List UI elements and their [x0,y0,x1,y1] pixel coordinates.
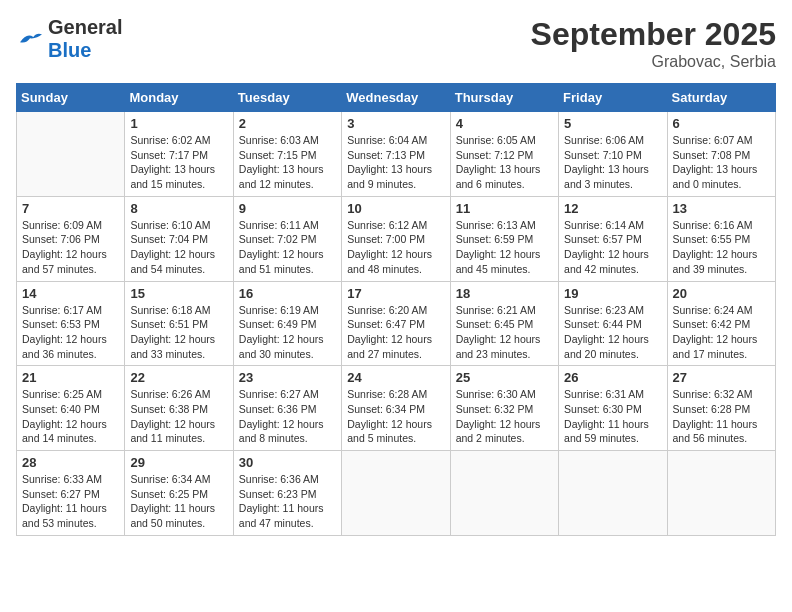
day-number: 14 [22,286,119,301]
calendar-cell: 14Sunrise: 6:17 AMSunset: 6:53 PMDayligh… [17,281,125,366]
calendar-table: SundayMondayTuesdayWednesdayThursdayFrid… [16,83,776,536]
day-number: 7 [22,201,119,216]
day-number: 2 [239,116,336,131]
day-number: 15 [130,286,227,301]
calendar-week-row: 1Sunrise: 6:02 AMSunset: 7:17 PMDaylight… [17,112,776,197]
calendar-cell: 6Sunrise: 6:07 AMSunset: 7:08 PMDaylight… [667,112,775,197]
calendar-cell: 24Sunrise: 6:28 AMSunset: 6:34 PMDayligh… [342,366,450,451]
day-info: Sunrise: 6:31 AMSunset: 6:30 PMDaylight:… [564,387,661,446]
calendar-cell [559,451,667,536]
day-number: 12 [564,201,661,216]
column-header-monday: Monday [125,84,233,112]
calendar-cell: 30Sunrise: 6:36 AMSunset: 6:23 PMDayligh… [233,451,341,536]
calendar-week-row: 28Sunrise: 6:33 AMSunset: 6:27 PMDayligh… [17,451,776,536]
column-header-friday: Friday [559,84,667,112]
column-header-wednesday: Wednesday [342,84,450,112]
calendar-cell: 27Sunrise: 6:32 AMSunset: 6:28 PMDayligh… [667,366,775,451]
day-info: Sunrise: 6:32 AMSunset: 6:28 PMDaylight:… [673,387,770,446]
logo: General Blue [16,16,122,62]
calendar-cell: 21Sunrise: 6:25 AMSunset: 6:40 PMDayligh… [17,366,125,451]
day-number: 6 [673,116,770,131]
day-info: Sunrise: 6:26 AMSunset: 6:38 PMDaylight:… [130,387,227,446]
logo-icon [16,29,44,49]
page-header: General Blue September 2025 Grabovac, Se… [16,16,776,71]
day-number: 4 [456,116,553,131]
column-header-saturday: Saturday [667,84,775,112]
calendar-cell: 1Sunrise: 6:02 AMSunset: 7:17 PMDaylight… [125,112,233,197]
calendar-week-row: 14Sunrise: 6:17 AMSunset: 6:53 PMDayligh… [17,281,776,366]
day-info: Sunrise: 6:19 AMSunset: 6:49 PMDaylight:… [239,303,336,362]
day-info: Sunrise: 6:09 AMSunset: 7:06 PMDaylight:… [22,218,119,277]
location-title: Grabovac, Serbia [531,53,776,71]
day-number: 21 [22,370,119,385]
logo-text: General Blue [48,16,122,62]
day-info: Sunrise: 6:34 AMSunset: 6:25 PMDaylight:… [130,472,227,531]
calendar-cell: 18Sunrise: 6:21 AMSunset: 6:45 PMDayligh… [450,281,558,366]
day-info: Sunrise: 6:07 AMSunset: 7:08 PMDaylight:… [673,133,770,192]
calendar-cell: 13Sunrise: 6:16 AMSunset: 6:55 PMDayligh… [667,196,775,281]
calendar-cell: 17Sunrise: 6:20 AMSunset: 6:47 PMDayligh… [342,281,450,366]
calendar-cell: 19Sunrise: 6:23 AMSunset: 6:44 PMDayligh… [559,281,667,366]
day-number: 23 [239,370,336,385]
calendar-cell: 4Sunrise: 6:05 AMSunset: 7:12 PMDaylight… [450,112,558,197]
day-info: Sunrise: 6:28 AMSunset: 6:34 PMDaylight:… [347,387,444,446]
day-number: 26 [564,370,661,385]
day-number: 9 [239,201,336,216]
day-info: Sunrise: 6:13 AMSunset: 6:59 PMDaylight:… [456,218,553,277]
day-number: 5 [564,116,661,131]
day-info: Sunrise: 6:36 AMSunset: 6:23 PMDaylight:… [239,472,336,531]
column-header-thursday: Thursday [450,84,558,112]
calendar-cell: 22Sunrise: 6:26 AMSunset: 6:38 PMDayligh… [125,366,233,451]
day-info: Sunrise: 6:02 AMSunset: 7:17 PMDaylight:… [130,133,227,192]
calendar-cell: 10Sunrise: 6:12 AMSunset: 7:00 PMDayligh… [342,196,450,281]
day-number: 19 [564,286,661,301]
day-info: Sunrise: 6:04 AMSunset: 7:13 PMDaylight:… [347,133,444,192]
day-number: 18 [456,286,553,301]
calendar-cell [667,451,775,536]
day-info: Sunrise: 6:17 AMSunset: 6:53 PMDaylight:… [22,303,119,362]
calendar-cell [342,451,450,536]
title-area: September 2025 Grabovac, Serbia [531,16,776,71]
calendar-cell: 9Sunrise: 6:11 AMSunset: 7:02 PMDaylight… [233,196,341,281]
day-number: 27 [673,370,770,385]
calendar-cell: 11Sunrise: 6:13 AMSunset: 6:59 PMDayligh… [450,196,558,281]
day-info: Sunrise: 6:16 AMSunset: 6:55 PMDaylight:… [673,218,770,277]
day-info: Sunrise: 6:30 AMSunset: 6:32 PMDaylight:… [456,387,553,446]
column-header-sunday: Sunday [17,84,125,112]
day-number: 29 [130,455,227,470]
calendar-cell: 5Sunrise: 6:06 AMSunset: 7:10 PMDaylight… [559,112,667,197]
calendar-cell: 29Sunrise: 6:34 AMSunset: 6:25 PMDayligh… [125,451,233,536]
day-info: Sunrise: 6:23 AMSunset: 6:44 PMDaylight:… [564,303,661,362]
day-number: 20 [673,286,770,301]
calendar-cell [17,112,125,197]
calendar-cell: 3Sunrise: 6:04 AMSunset: 7:13 PMDaylight… [342,112,450,197]
calendar-cell: 12Sunrise: 6:14 AMSunset: 6:57 PMDayligh… [559,196,667,281]
calendar-cell [450,451,558,536]
day-number: 24 [347,370,444,385]
day-info: Sunrise: 6:05 AMSunset: 7:12 PMDaylight:… [456,133,553,192]
calendar-header-row: SundayMondayTuesdayWednesdayThursdayFrid… [17,84,776,112]
day-info: Sunrise: 6:24 AMSunset: 6:42 PMDaylight:… [673,303,770,362]
day-number: 25 [456,370,553,385]
calendar-cell: 7Sunrise: 6:09 AMSunset: 7:06 PMDaylight… [17,196,125,281]
day-number: 3 [347,116,444,131]
day-number: 8 [130,201,227,216]
day-number: 11 [456,201,553,216]
day-number: 28 [22,455,119,470]
day-number: 13 [673,201,770,216]
day-info: Sunrise: 6:14 AMSunset: 6:57 PMDaylight:… [564,218,661,277]
day-info: Sunrise: 6:20 AMSunset: 6:47 PMDaylight:… [347,303,444,362]
calendar-cell: 25Sunrise: 6:30 AMSunset: 6:32 PMDayligh… [450,366,558,451]
day-number: 17 [347,286,444,301]
day-info: Sunrise: 6:03 AMSunset: 7:15 PMDaylight:… [239,133,336,192]
calendar-cell: 15Sunrise: 6:18 AMSunset: 6:51 PMDayligh… [125,281,233,366]
calendar-cell: 8Sunrise: 6:10 AMSunset: 7:04 PMDaylight… [125,196,233,281]
day-info: Sunrise: 6:21 AMSunset: 6:45 PMDaylight:… [456,303,553,362]
calendar-cell: 26Sunrise: 6:31 AMSunset: 6:30 PMDayligh… [559,366,667,451]
month-title: September 2025 [531,16,776,53]
day-info: Sunrise: 6:12 AMSunset: 7:00 PMDaylight:… [347,218,444,277]
day-info: Sunrise: 6:25 AMSunset: 6:40 PMDaylight:… [22,387,119,446]
day-number: 22 [130,370,227,385]
column-header-tuesday: Tuesday [233,84,341,112]
calendar-cell: 16Sunrise: 6:19 AMSunset: 6:49 PMDayligh… [233,281,341,366]
